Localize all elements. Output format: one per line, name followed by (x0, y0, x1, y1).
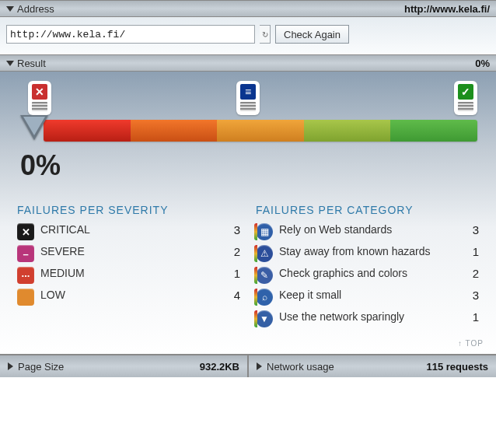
phone-keypad-icon (240, 102, 256, 111)
bar-segment (131, 120, 218, 142)
category-hazards-icon: ⚠ (256, 245, 273, 262)
phone-pass-icon: ✓ (454, 81, 477, 115)
category-count: 1 (463, 310, 479, 324)
category-row[interactable]: ▼ Use the network sparingly 1 (256, 308, 479, 330)
category-graphics-icon: ✎ (256, 267, 273, 284)
result-percent: 0% (475, 58, 490, 69)
phone-mid-icon: ≡ (236, 81, 260, 115)
category-network-icon: ▼ (256, 310, 273, 327)
address-header[interactable]: Address http://www.kela.fi/ (0, 0, 496, 17)
phone-keypad-icon (32, 102, 47, 111)
address-display-url: http://www.kela.fi/ (404, 3, 490, 15)
url-input[interactable] (6, 25, 255, 44)
severity-medium-icon: ··· (17, 267, 34, 284)
network-label: Network usage (267, 361, 334, 373)
category-column: FAILURES PER CATEGORY ▦ Rely on Web stan… (256, 204, 479, 330)
severity-label: LOW (40, 289, 218, 303)
severity-severe-icon: – (17, 245, 34, 262)
severity-heading: FAILURES PER SEVERITY (17, 204, 240, 216)
severity-label: CRITICAL (40, 223, 218, 237)
severity-count: 3 (225, 223, 240, 236)
category-row[interactable]: ⚠ Stay away from known hazards 1 (256, 243, 479, 264)
category-label: Stay away from known hazards (279, 245, 457, 259)
big-percent: 0% (20, 149, 484, 182)
check-again-button[interactable]: Check Again (275, 25, 349, 44)
result-header[interactable]: Result 0% (0, 54, 496, 72)
severity-count: 2 (225, 245, 240, 258)
bar-segment (304, 120, 391, 142)
category-count: 2 (463, 267, 479, 280)
footer: Page Size 932.2KB Network usage 115 requ… (0, 354, 496, 377)
page-size-label: Page Size (18, 361, 64, 373)
severity-count: 4 (225, 289, 240, 302)
severity-low-icon (17, 289, 34, 306)
bar-segment (390, 120, 477, 142)
severity-label: MEDIUM (40, 267, 218, 281)
result-title: Result (17, 58, 46, 69)
phone-fail-icon: ✕ (28, 81, 51, 115)
phone-pass-glyph: ✓ (458, 84, 473, 100)
category-row[interactable]: ⌕ Keep it small 3 (256, 286, 479, 308)
bar-segment (44, 120, 131, 142)
category-label: Rely on Web standards (279, 223, 457, 237)
bar-segment (217, 120, 304, 142)
phone-mid-glyph: ≡ (240, 84, 256, 100)
network-usage-panel[interactable]: Network usage 115 requests (247, 355, 496, 377)
address-title: Address (17, 3, 54, 15)
expand-icon (257, 362, 262, 370)
top-link[interactable]: ↑ TOP (12, 339, 484, 348)
category-row[interactable]: ✎ Check graphics and colors 2 (256, 264, 479, 286)
category-standards-icon: ▦ (256, 223, 273, 240)
severity-row[interactable]: LOW 4 (17, 286, 240, 308)
category-count: 3 (463, 223, 479, 236)
severity-count: 1 (225, 267, 240, 280)
network-value: 115 requests (427, 361, 489, 373)
category-row[interactable]: ▦ Rely on Web standards 3 (256, 221, 479, 243)
phone-keypad-icon (458, 102, 473, 111)
result-body: ✕ ≡ ✓ 0% FAILURES PER SEVERITY ✕ CRITICA… (0, 72, 496, 354)
category-heading: FAILURES PER CATEGORY (256, 204, 479, 216)
category-small-icon: ⌕ (256, 289, 273, 306)
severity-row[interactable]: – SEVERE 2 (17, 243, 240, 264)
category-label: Check graphics and colors (279, 267, 457, 281)
input-end-icon: ↻ (260, 25, 271, 44)
severity-label: SEVERE (40, 245, 218, 259)
score-bar (20, 120, 477, 145)
phone-scale: ✕ ≡ ✓ (19, 81, 477, 120)
category-label: Use the network sparingly (279, 310, 457, 324)
category-label: Keep it small (279, 289, 457, 303)
collapse-icon (6, 6, 14, 12)
severity-column: FAILURES PER SEVERITY ✕ CRITICAL 3 – SEV… (17, 204, 240, 330)
collapse-icon (6, 61, 14, 66)
category-count: 3 (463, 289, 479, 302)
score-marker-icon (20, 115, 48, 140)
address-body: ↻ Check Again (0, 17, 496, 54)
phone-fail-glyph: ✕ (32, 84, 47, 100)
severity-critical-icon: ✕ (17, 223, 34, 240)
page-size-value: 932.2KB (200, 361, 239, 373)
severity-row[interactable]: ··· MEDIUM 1 (17, 264, 240, 286)
category-count: 1 (463, 245, 479, 258)
expand-icon (8, 362, 13, 370)
severity-row[interactable]: ✕ CRITICAL 3 (17, 221, 240, 243)
page-size-panel[interactable]: Page Size 932.2KB (0, 355, 247, 377)
